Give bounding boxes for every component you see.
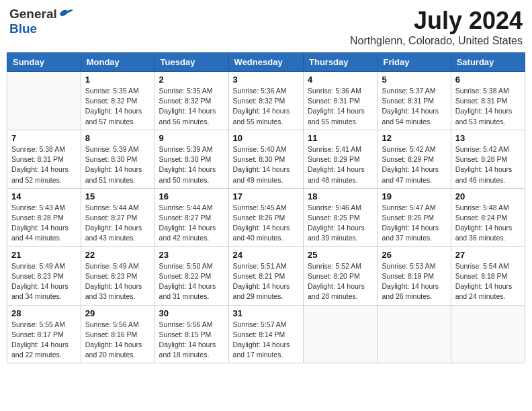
calendar-day-cell: 23Sunrise: 5:50 AM Sunset: 8:22 PM Dayli…: [154, 246, 228, 305]
day-number: 8: [85, 133, 150, 143]
day-number: 26: [382, 250, 446, 260]
day-number: 11: [308, 133, 373, 143]
logo: General Blue: [9, 7, 75, 36]
day-number: 14: [11, 191, 77, 201]
day-info: Sunrise: 5:48 AM Sunset: 8:24 PM Dayligh…: [455, 203, 521, 244]
day-number: 25: [308, 250, 373, 260]
day-number: 5: [382, 75, 446, 85]
day-number: 18: [308, 191, 373, 201]
day-number: 2: [159, 75, 224, 85]
day-info: Sunrise: 5:56 AM Sunset: 8:15 PM Dayligh…: [159, 320, 224, 361]
day-number: 29: [85, 308, 150, 318]
calendar-week-row: 14Sunrise: 5:43 AM Sunset: 8:28 PM Dayli…: [7, 188, 525, 246]
day-info: Sunrise: 5:35 AM Sunset: 8:32 PM Dayligh…: [159, 86, 224, 127]
day-number: 30: [159, 308, 224, 318]
day-info: Sunrise: 5:40 AM Sunset: 8:30 PM Dayligh…: [233, 144, 299, 185]
page-header: General Blue July 2024 Northglenn, Color…: [7, 7, 525, 47]
month-title: July 2024: [350, 7, 523, 35]
calendar-day-cell: 29Sunrise: 5:56 AM Sunset: 8:16 PM Dayli…: [81, 305, 154, 363]
calendar-day-cell: [451, 305, 525, 363]
day-number: 19: [382, 191, 446, 201]
day-number: 23: [159, 250, 224, 260]
day-info: Sunrise: 5:52 AM Sunset: 8:20 PM Dayligh…: [308, 261, 373, 302]
day-info: Sunrise: 5:45 AM Sunset: 8:26 PM Dayligh…: [233, 203, 299, 244]
calendar-table: SundayMondayTuesdayWednesdayThursdayFrid…: [7, 52, 525, 363]
calendar-day-cell: 10Sunrise: 5:40 AM Sunset: 8:30 PM Dayli…: [228, 130, 303, 188]
calendar-day-cell: 9Sunrise: 5:39 AM Sunset: 8:30 PM Daylig…: [154, 130, 228, 188]
day-number: 9: [159, 133, 224, 143]
day-info: Sunrise: 5:53 AM Sunset: 8:19 PM Dayligh…: [382, 261, 446, 302]
day-number: 3: [233, 75, 299, 85]
day-info: Sunrise: 5:57 AM Sunset: 8:14 PM Dayligh…: [233, 320, 299, 361]
calendar-day-cell: [7, 72, 81, 130]
day-number: 6: [455, 75, 521, 85]
day-info: Sunrise: 5:47 AM Sunset: 8:25 PM Dayligh…: [382, 203, 446, 244]
day-info: Sunrise: 5:44 AM Sunset: 8:27 PM Dayligh…: [85, 203, 150, 244]
calendar-day-cell: 26Sunrise: 5:53 AM Sunset: 8:19 PM Dayli…: [378, 246, 451, 305]
day-number: 27: [455, 250, 521, 260]
weekday-header-saturday: Saturday: [451, 53, 525, 72]
weekday-header-sunday: Sunday: [7, 53, 81, 72]
day-number: 12: [382, 133, 446, 143]
calendar-day-cell: 31Sunrise: 5:57 AM Sunset: 8:14 PM Dayli…: [228, 305, 303, 363]
weekday-header-friday: Friday: [378, 53, 451, 72]
calendar-day-cell: 22Sunrise: 5:49 AM Sunset: 8:23 PM Dayli…: [81, 246, 154, 305]
day-number: 7: [11, 133, 77, 143]
day-number: 20: [455, 191, 521, 201]
day-info: Sunrise: 5:42 AM Sunset: 8:29 PM Dayligh…: [382, 144, 446, 185]
day-info: Sunrise: 5:38 AM Sunset: 8:31 PM Dayligh…: [11, 144, 77, 185]
calendar-week-row: 7Sunrise: 5:38 AM Sunset: 8:31 PM Daylig…: [7, 130, 525, 188]
day-info: Sunrise: 5:42 AM Sunset: 8:28 PM Dayligh…: [455, 144, 521, 185]
day-info: Sunrise: 5:38 AM Sunset: 8:31 PM Dayligh…: [455, 86, 521, 127]
day-number: 1: [85, 75, 150, 85]
day-info: Sunrise: 5:49 AM Sunset: 8:23 PM Dayligh…: [85, 261, 150, 302]
day-info: Sunrise: 5:43 AM Sunset: 8:28 PM Dayligh…: [11, 203, 77, 244]
calendar-day-cell: 30Sunrise: 5:56 AM Sunset: 8:15 PM Dayli…: [154, 305, 228, 363]
calendar-week-row: 28Sunrise: 5:55 AM Sunset: 8:17 PM Dayli…: [7, 305, 525, 363]
calendar-day-cell: 1Sunrise: 5:35 AM Sunset: 8:32 PM Daylig…: [81, 72, 154, 130]
calendar-day-cell: 15Sunrise: 5:44 AM Sunset: 8:27 PM Dayli…: [81, 188, 154, 246]
calendar-day-cell: 5Sunrise: 5:37 AM Sunset: 8:31 PM Daylig…: [378, 72, 451, 130]
location-title: Northglenn, Colorado, United States: [350, 35, 523, 47]
day-info: Sunrise: 5:44 AM Sunset: 8:27 PM Dayligh…: [159, 203, 224, 244]
day-info: Sunrise: 5:41 AM Sunset: 8:29 PM Dayligh…: [308, 144, 373, 185]
day-number: 17: [233, 191, 299, 201]
calendar-day-cell: 3Sunrise: 5:36 AM Sunset: 8:32 PM Daylig…: [228, 72, 303, 130]
calendar-day-cell: 16Sunrise: 5:44 AM Sunset: 8:27 PM Dayli…: [154, 188, 228, 246]
day-number: 28: [11, 308, 77, 318]
day-number: 24: [233, 250, 299, 260]
day-number: 16: [159, 191, 224, 201]
calendar-day-cell: 14Sunrise: 5:43 AM Sunset: 8:28 PM Dayli…: [7, 188, 81, 246]
calendar-day-cell: 21Sunrise: 5:49 AM Sunset: 8:23 PM Dayli…: [7, 246, 81, 305]
calendar-day-cell: 12Sunrise: 5:42 AM Sunset: 8:29 PM Dayli…: [378, 130, 451, 188]
calendar-day-cell: 25Sunrise: 5:52 AM Sunset: 8:20 PM Dayli…: [304, 246, 378, 305]
day-info: Sunrise: 5:36 AM Sunset: 8:32 PM Dayligh…: [233, 86, 299, 127]
calendar-day-cell: 18Sunrise: 5:46 AM Sunset: 8:25 PM Dayli…: [304, 188, 378, 246]
day-info: Sunrise: 5:51 AM Sunset: 8:21 PM Dayligh…: [233, 261, 299, 302]
title-area: July 2024 Northglenn, Colorado, United S…: [350, 7, 523, 47]
calendar-day-cell: 27Sunrise: 5:54 AM Sunset: 8:18 PM Dayli…: [451, 246, 525, 305]
calendar-day-cell: 17Sunrise: 5:45 AM Sunset: 8:26 PM Dayli…: [228, 188, 303, 246]
day-number: 31: [233, 308, 299, 318]
day-number: 13: [455, 133, 521, 143]
day-info: Sunrise: 5:50 AM Sunset: 8:22 PM Dayligh…: [159, 261, 224, 302]
day-number: 22: [85, 250, 150, 260]
weekday-header-thursday: Thursday: [304, 53, 378, 72]
day-info: Sunrise: 5:35 AM Sunset: 8:32 PM Dayligh…: [85, 86, 150, 127]
weekday-header-monday: Monday: [81, 53, 154, 72]
day-info: Sunrise: 5:49 AM Sunset: 8:23 PM Dayligh…: [11, 261, 77, 302]
calendar-day-cell: 6Sunrise: 5:38 AM Sunset: 8:31 PM Daylig…: [451, 72, 525, 130]
calendar-day-cell: [304, 305, 378, 363]
weekday-header-wednesday: Wednesday: [228, 53, 303, 72]
day-info: Sunrise: 5:55 AM Sunset: 8:17 PM Dayligh…: [11, 320, 77, 361]
day-info: Sunrise: 5:54 AM Sunset: 8:18 PM Dayligh…: [455, 261, 521, 302]
day-number: 4: [308, 75, 373, 85]
calendar-day-cell: 19Sunrise: 5:47 AM Sunset: 8:25 PM Dayli…: [378, 188, 451, 246]
calendar-day-cell: 24Sunrise: 5:51 AM Sunset: 8:21 PM Dayli…: [228, 246, 303, 305]
day-info: Sunrise: 5:39 AM Sunset: 8:30 PM Dayligh…: [85, 144, 150, 185]
calendar-day-cell: 20Sunrise: 5:48 AM Sunset: 8:24 PM Dayli…: [451, 188, 525, 246]
calendar-day-cell: [378, 305, 451, 363]
calendar-day-cell: 28Sunrise: 5:55 AM Sunset: 8:17 PM Dayli…: [7, 305, 81, 363]
calendar-day-cell: 8Sunrise: 5:39 AM Sunset: 8:30 PM Daylig…: [81, 130, 154, 188]
day-info: Sunrise: 5:36 AM Sunset: 8:31 PM Dayligh…: [308, 86, 373, 127]
